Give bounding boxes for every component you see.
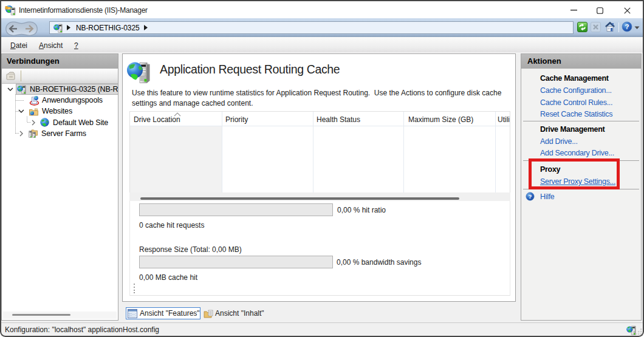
svg-text:?: ? (625, 23, 629, 30)
svg-text:?: ? (529, 193, 532, 200)
